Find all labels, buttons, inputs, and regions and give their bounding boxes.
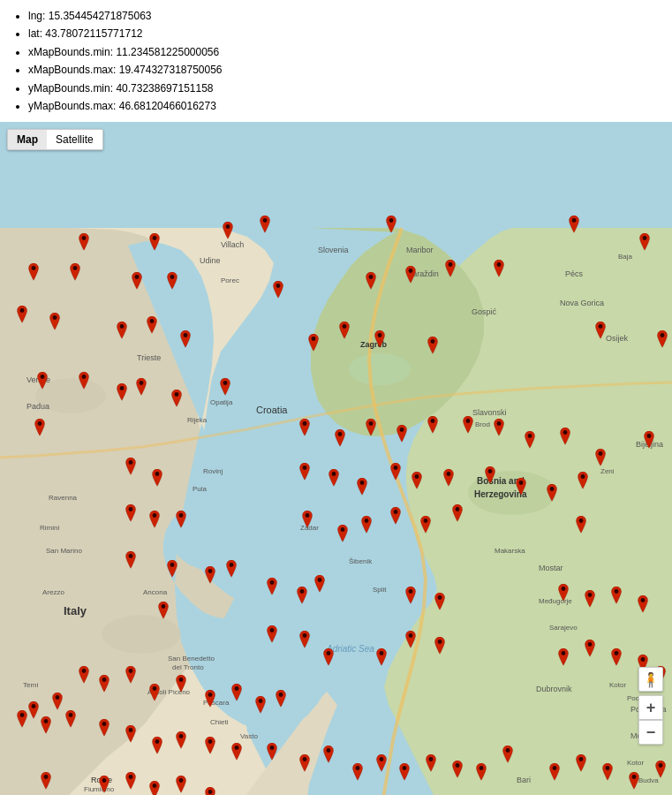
map-pin[interactable] bbox=[173, 776, 189, 795]
map-pin[interactable] bbox=[573, 516, 589, 535]
map-pin[interactable] bbox=[299, 511, 315, 530]
map-pin[interactable] bbox=[653, 761, 668, 780]
map-pin[interactable] bbox=[297, 419, 313, 438]
map-pin[interactable] bbox=[76, 233, 92, 253]
map-pin[interactable] bbox=[173, 511, 189, 530]
map-pin[interactable] bbox=[555, 648, 571, 668]
map-container[interactable]: Italy Croatia Bosnia and Herzegovina Adr… bbox=[0, 122, 672, 795]
map-pin[interactable] bbox=[593, 449, 608, 468]
map-pin[interactable] bbox=[306, 334, 321, 353]
map-pin[interactable] bbox=[593, 322, 608, 341]
map-pin[interactable] bbox=[441, 469, 457, 488]
map-pin[interactable] bbox=[500, 746, 516, 765]
map-pin[interactable] bbox=[26, 263, 42, 283]
map-pin[interactable] bbox=[253, 696, 268, 716]
map-pin[interactable] bbox=[123, 772, 139, 791]
map-pin[interactable] bbox=[321, 648, 336, 668]
zoom-out-button[interactable]: − bbox=[638, 720, 663, 745]
map-pin[interactable] bbox=[297, 754, 313, 774]
map-pin[interactable] bbox=[264, 743, 280, 762]
map-pin[interactable] bbox=[425, 337, 441, 356]
map-pin[interactable] bbox=[63, 710, 79, 730]
map-type-satellite-button[interactable]: Satellite bbox=[47, 130, 102, 149]
map-pin[interactable] bbox=[321, 746, 336, 765]
map-pin[interactable] bbox=[335, 525, 351, 544]
map-pin[interactable] bbox=[635, 595, 651, 615]
map-pin[interactable] bbox=[473, 763, 489, 783]
map-pin[interactable] bbox=[654, 330, 670, 350]
map-pin[interactable] bbox=[383, 216, 399, 235]
map-pin[interactable] bbox=[425, 416, 441, 435]
map-pin[interactable] bbox=[47, 313, 63, 332]
map-pin[interactable] bbox=[557, 428, 573, 447]
map-pin[interactable] bbox=[442, 260, 458, 279]
map-pin[interactable] bbox=[149, 737, 165, 756]
map-pin[interactable] bbox=[147, 511, 162, 530]
map-pin[interactable] bbox=[547, 763, 563, 783]
map-pin[interactable] bbox=[326, 469, 342, 488]
map-pin[interactable] bbox=[229, 684, 245, 703]
map-pin[interactable] bbox=[67, 263, 83, 283]
map-pin[interactable] bbox=[294, 587, 310, 606]
map-pin[interactable] bbox=[173, 675, 189, 694]
map-pin[interactable] bbox=[169, 390, 185, 409]
map-pin[interactable] bbox=[14, 306, 30, 325]
map-pin[interactable] bbox=[582, 640, 598, 659]
map-pin[interactable] bbox=[147, 233, 162, 253]
map-pin[interactable] bbox=[522, 431, 538, 450]
map-pin[interactable] bbox=[133, 378, 149, 398]
map-pin[interactable] bbox=[217, 378, 233, 398]
map-pin[interactable] bbox=[164, 560, 180, 579]
map-pin[interactable] bbox=[297, 631, 313, 650]
map-pin[interactable] bbox=[223, 560, 239, 579]
map-pin[interactable] bbox=[403, 631, 419, 650]
map-pin[interactable] bbox=[449, 761, 465, 780]
map-pin[interactable] bbox=[388, 507, 404, 526]
map-pin[interactable] bbox=[220, 222, 236, 241]
map-pin[interactable] bbox=[123, 551, 139, 571]
map-pin[interactable] bbox=[264, 578, 280, 597]
map-pin[interactable] bbox=[396, 763, 412, 783]
map-pin[interactable] bbox=[129, 272, 145, 292]
map-pin[interactable] bbox=[297, 463, 313, 482]
map-pin[interactable] bbox=[96, 719, 112, 738]
map-pin[interactable] bbox=[96, 675, 112, 694]
map-type-map-button[interactable]: Map bbox=[8, 130, 47, 149]
map-pin[interactable] bbox=[423, 754, 439, 774]
map-pin[interactable] bbox=[449, 504, 465, 524]
map-pin[interactable] bbox=[229, 743, 245, 762]
pegman-icon[interactable]: 🧍 bbox=[638, 667, 663, 692]
map-pin[interactable] bbox=[403, 587, 419, 606]
map-pin[interactable] bbox=[491, 260, 507, 279]
map-pin[interactable] bbox=[123, 458, 139, 477]
map-pin[interactable] bbox=[566, 216, 582, 235]
map-pin[interactable] bbox=[202, 787, 218, 795]
map-pin[interactable] bbox=[96, 776, 112, 795]
map-pin[interactable] bbox=[38, 772, 54, 791]
map-pin[interactable] bbox=[575, 472, 591, 491]
map-pin[interactable] bbox=[114, 383, 130, 403]
map-pin[interactable] bbox=[432, 637, 448, 656]
map-pin[interactable] bbox=[76, 372, 92, 391]
map-pin[interactable] bbox=[409, 472, 425, 491]
map-pin[interactable] bbox=[332, 429, 348, 449]
map-pin[interactable] bbox=[123, 666, 139, 685]
map-pin[interactable] bbox=[123, 504, 139, 524]
map-pin[interactable] bbox=[544, 484, 560, 504]
map-pin[interactable] bbox=[38, 716, 54, 736]
map-pin[interactable] bbox=[114, 322, 130, 341]
map-pin[interactable] bbox=[202, 566, 218, 586]
map-pin[interactable] bbox=[76, 666, 92, 685]
map-pin[interactable] bbox=[14, 710, 30, 730]
map-pin[interactable] bbox=[513, 478, 529, 497]
map-pin[interactable] bbox=[202, 690, 218, 709]
map-pin[interactable] bbox=[608, 648, 624, 668]
map-pin[interactable] bbox=[573, 754, 589, 774]
map-pin[interactable] bbox=[49, 693, 65, 712]
map-pin[interactable] bbox=[482, 466, 498, 486]
map-pin[interactable] bbox=[403, 266, 419, 285]
map-pin[interactable] bbox=[123, 725, 139, 745]
map-pin[interactable] bbox=[147, 684, 162, 703]
map-pin[interactable] bbox=[164, 272, 180, 292]
map-pin[interactable] bbox=[626, 772, 642, 791]
